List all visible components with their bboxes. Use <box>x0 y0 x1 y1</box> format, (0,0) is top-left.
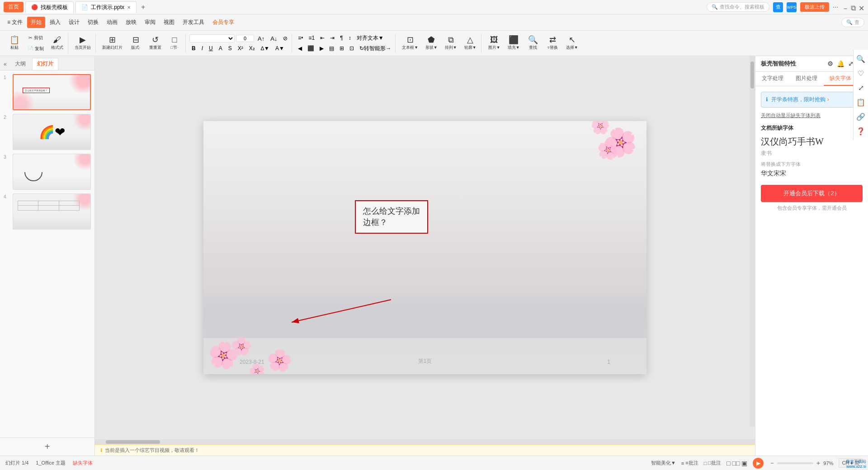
line-spacing-button[interactable]: ↕ <box>346 33 354 43</box>
vertical-scrollbar[interactable] <box>750 56 755 427</box>
zoom-in-button[interactable]: ＋ <box>815 459 821 467</box>
bullets-button[interactable]: ≡• <box>296 33 305 43</box>
slide-thumb-4[interactable] <box>13 193 91 230</box>
list-item[interactable]: 3 <box>4 154 91 190</box>
tab-templates[interactable]: 🔴 找板壳模板 <box>25 1 74 13</box>
tab-slides[interactable]: 幻灯片 <box>32 58 58 70</box>
slide-thumb-1[interactable]: 怎么给文字添加边框？ <box>13 74 91 110</box>
align-text-button[interactable]: 对齐文本▼ <box>354 33 386 43</box>
subscript-button[interactable]: X₂ <box>247 44 257 52</box>
justify-button[interactable]: ▤ <box>327 44 336 53</box>
underline-button[interactable]: U <box>207 44 215 52</box>
convert-shape-button[interactable]: ↻转智能形→ <box>357 44 393 53</box>
horizontal-scrollbar[interactable] <box>95 439 755 445</box>
numbering-button[interactable]: ≡1 <box>307 33 317 43</box>
cut-button[interactable]: ✂ 剪切 <box>25 33 47 43</box>
slide-text-box[interactable]: 怎么给文字添加边框？ <box>355 200 428 234</box>
logo[interactable]: 极光下载站 www.xzz.si <box>846 459 866 469</box>
rp-tab-text[interactable]: 文字处理 <box>755 72 789 86</box>
select-button[interactable]: ↖ 选择▼ <box>563 34 581 52</box>
text-box-button[interactable]: ⊡ 文本框▼ <box>399 34 421 52</box>
side-icon-3[interactable]: ⤢ <box>855 82 866 93</box>
menu-insert[interactable]: 插入 <box>46 17 64 28</box>
slide-canvas[interactable]: 🌸 🌸 🌸 🌸 🌸 🌸 🌸 怎么给文字添加边框？ <box>203 121 646 374</box>
view-reading-button[interactable]: ▣ <box>741 460 747 467</box>
font-clear-btn[interactable]: ⊘ <box>281 34 290 42</box>
annotate-button[interactable]: □ □批注 <box>704 460 721 466</box>
font-decrease-btn[interactable]: A↓ <box>268 34 279 43</box>
menu-transition[interactable]: 切换 <box>84 17 102 28</box>
user-icon[interactable]: 查 <box>773 2 783 12</box>
panel-collapse-button[interactable]: « <box>4 61 7 67</box>
dots-icon[interactable]: ⋯ <box>833 4 838 10</box>
menu-dev[interactable]: 开发工具 <box>179 17 208 28</box>
paragraph-button[interactable]: ¶ <box>338 33 345 43</box>
settings-icon[interactable]: ⚙ <box>827 60 833 67</box>
zoom-slider[interactable] <box>777 462 813 464</box>
minimize-button[interactable]: － <box>842 4 848 10</box>
scrollbar-thumb-h[interactable] <box>106 440 160 444</box>
side-icon-5[interactable]: 🔗 <box>855 111 866 122</box>
arrange-button[interactable]: ⧉ 排列▼ <box>442 34 460 52</box>
image-button[interactable]: 🖼 图片▼ <box>485 34 503 52</box>
slide-thumb-2[interactable]: 🌈❤ <box>13 114 91 150</box>
close-font-list-link[interactable]: 关闭自动显示缺失字体列表 <box>761 112 863 119</box>
side-icon-4[interactable]: 📋 <box>855 97 866 108</box>
shape-button[interactable]: ⬟ 形状▼ <box>422 34 440 52</box>
replace-button[interactable]: ⇄ ▿替换 <box>543 34 561 52</box>
list-item[interactable]: 2 🌈❤ <box>4 114 91 150</box>
side-icon-2[interactable]: ♡ <box>855 68 866 79</box>
view-slide-sorter-button[interactable]: □□ <box>732 460 740 467</box>
layout-button[interactable]: ⊟ 版式· <box>127 34 145 52</box>
side-icon-6[interactable]: ❓ <box>855 126 866 136</box>
crop-button[interactable]: ⬛ 填充▼ <box>505 34 523 52</box>
indent-left-button[interactable]: ⇤ <box>318 33 327 43</box>
view-normal-button[interactable]: □ <box>726 460 730 467</box>
menu-animation[interactable]: 动画 <box>103 17 121 28</box>
menu-view[interactable]: 视图 <box>160 17 178 28</box>
superscript-button[interactable]: X² <box>236 44 245 52</box>
section-button[interactable]: □ □节· <box>165 34 184 52</box>
tab-pptx[interactable]: 📄 工作演示.pptx ✕ <box>75 1 137 13</box>
play-button[interactable]: ▶ <box>753 458 764 469</box>
highlight-button[interactable]: A▼ <box>273 44 287 52</box>
upgrade-button[interactable]: 开通会员后下载（2） <box>761 185 863 202</box>
scrollbar-thumb-v[interactable] <box>750 61 754 89</box>
smart-beautify-button[interactable]: 智能美化▼ <box>651 460 676 466</box>
indent-right-button[interactable]: ⇥ <box>328 33 337 43</box>
tab-close-icon[interactable]: ✕ <box>127 5 131 10</box>
menu-vip[interactable]: 会员专享 <box>209 17 238 28</box>
align-center-button[interactable]: ⬛ <box>305 44 316 53</box>
menu-design[interactable]: 设计 <box>65 17 83 28</box>
menu-review[interactable]: 审阅 <box>141 17 159 28</box>
comment-button[interactable]: ≡ ≡批注 <box>681 460 698 466</box>
copy-button[interactable]: 📄 复制 <box>25 44 47 54</box>
list-item[interactable]: 4 <box>4 193 91 230</box>
bold-button[interactable]: B <box>189 44 198 52</box>
maximize-button[interactable]: ⧉ <box>850 4 856 10</box>
strikethrough-button[interactable]: S <box>226 44 234 52</box>
font-family-select[interactable] <box>189 34 235 42</box>
side-icon-1[interactable]: 🔍 <box>855 56 866 64</box>
menu-slideshow[interactable]: 放映 <box>122 17 140 28</box>
find-button[interactable]: 🔍 查找 <box>524 34 542 52</box>
font-increase-btn[interactable]: A↑ <box>255 34 267 43</box>
slide-thumb-3[interactable] <box>13 154 91 190</box>
list-item[interactable]: 1 怎么给文字添加边框？ <box>4 74 91 110</box>
info-banner[interactable]: ℹ 开学条特惠，限时抢购 › ✕ <box>761 92 863 108</box>
wps-icon[interactable]: WPS <box>787 2 797 12</box>
format-button[interactable]: 🖌 格式式 <box>48 34 66 52</box>
italic-button[interactable]: I <box>199 44 205 52</box>
font-color-button[interactable]: A <box>217 44 225 52</box>
outline-button[interactable]: △ 轮廓▼ <box>461 34 479 52</box>
rp-tab-font[interactable]: 缺失字体 <box>824 72 858 86</box>
menu-file[interactable]: ≡ 文件 <box>4 17 26 28</box>
new-slide-button[interactable]: ⊞ 新建幻灯片 <box>99 34 125 52</box>
zoom-out-button[interactable]: － <box>769 459 775 467</box>
search-bar[interactable]: 🔍 查找命令、搜索模板 <box>707 2 769 12</box>
slideshow-button[interactable]: ▶ 当页开始 <box>72 34 94 52</box>
new-tab-button[interactable]: + <box>138 3 148 11</box>
align-right-button[interactable]: ▶ <box>317 44 326 53</box>
font-status[interactable]: 缺失字体 <box>73 460 93 466</box>
info-banner-link[interactable]: › <box>827 96 829 103</box>
